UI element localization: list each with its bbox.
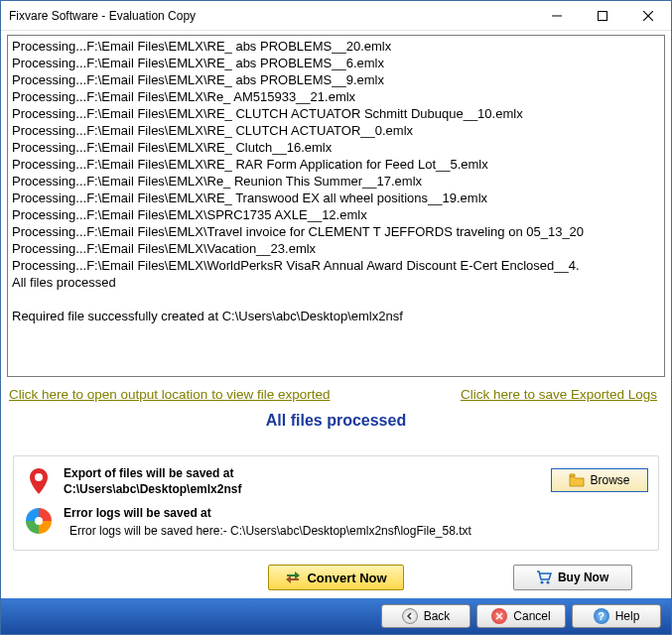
export-path-text: Export of files will be saved at C:\User…	[64, 466, 541, 496]
errorlog-value: Error logs will be saved here:- C:\Users…	[64, 524, 648, 538]
export-path-row: Export of files will be saved at C:\User…	[24, 466, 648, 496]
export-path-value: C:\Users\abc\Desktop\emlx2nsf	[64, 482, 541, 496]
folder-icon	[569, 473, 585, 487]
help-button[interactable]: ? Help	[572, 604, 661, 628]
cart-icon	[536, 571, 552, 584]
output-panel: Export of files will be saved at C:\User…	[13, 455, 659, 551]
titlebar: Fixvare Software - Evaluation Copy	[1, 1, 671, 31]
svg-rect-1	[599, 11, 607, 20]
errorlog-text: Error logs will be saved at Error logs w…	[64, 506, 648, 538]
convert-label: Convert Now	[307, 571, 386, 585]
action-button-bar: Convert Now Buy Now	[13, 557, 659, 598]
help-label: Help	[615, 609, 640, 623]
export-path-label: Export of files will be saved at	[64, 466, 541, 480]
close-button[interactable]	[625, 1, 671, 31]
nav-bar: Back Cancel ? Help	[1, 598, 671, 634]
convert-icon	[285, 570, 301, 585]
svg-point-4	[35, 473, 43, 481]
save-logs-link[interactable]: Click here to save Exported Logs	[461, 387, 657, 402]
status-label: All files processed	[7, 408, 665, 440]
cancel-icon	[491, 608, 507, 624]
cancel-button[interactable]: Cancel	[476, 604, 566, 628]
buy-label: Buy Now	[558, 571, 608, 584]
svg-point-5	[35, 517, 43, 525]
content-area: Processing...F:\Email Files\EMLX\RE_ abs…	[1, 31, 671, 598]
back-label: Back	[424, 609, 451, 623]
link-row: Click here to open output location to vi…	[7, 377, 665, 408]
window-title: Fixvare Software - Evaluation Copy	[9, 9, 534, 23]
svg-point-7	[546, 581, 549, 584]
app-window: Fixvare Software - Evaluation Copy Proce…	[0, 0, 672, 635]
svg-point-6	[540, 581, 543, 584]
convert-button[interactable]: Convert Now	[268, 565, 403, 590]
minimize-button[interactable]	[534, 1, 580, 31]
log-textarea[interactable]: Processing...F:\Email Files\EMLX\RE_ abs…	[7, 35, 665, 377]
cancel-label: Cancel	[513, 609, 550, 623]
pin-icon	[24, 466, 54, 496]
pie-icon	[24, 506, 54, 536]
browse-button[interactable]: Browse	[551, 468, 648, 492]
errorlog-label: Error logs will be saved at	[64, 506, 648, 520]
browse-label: Browse	[590, 473, 629, 487]
back-icon	[402, 608, 418, 624]
buy-button[interactable]: Buy Now	[513, 565, 632, 590]
help-icon: ?	[594, 608, 609, 624]
errorlog-row: Error logs will be saved at Error logs w…	[24, 506, 648, 538]
maximize-button[interactable]	[580, 1, 625, 31]
open-output-link[interactable]: Click here to open output location to vi…	[9, 387, 330, 402]
back-button[interactable]: Back	[381, 604, 470, 628]
